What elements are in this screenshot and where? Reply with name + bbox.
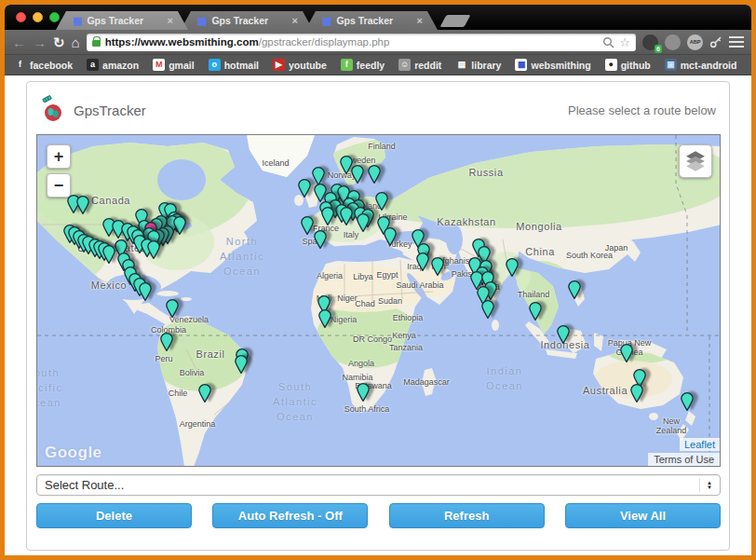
map-pin[interactable] [557, 325, 570, 344]
map-pin[interactable] [166, 299, 179, 318]
websmithing-icon: ▦ [515, 59, 527, 71]
brand: GpsTracker [40, 93, 146, 127]
tab-close-icon[interactable]: × [168, 15, 173, 26]
map-pin[interactable] [139, 282, 152, 301]
auto-refresh-off-button[interactable]: Auto Refresh - Off [212, 503, 368, 528]
bookmark-label: reddit [414, 60, 441, 71]
back-icon[interactable]: ← [12, 35, 26, 49]
zoom-in-button[interactable]: + [47, 144, 71, 169]
extension-icon-ghostery[interactable]: 6 [642, 34, 658, 50]
extension-icon-generic[interactable] [665, 34, 681, 50]
bookmark-item-github[interactable]: ●github [605, 59, 651, 71]
facebook-icon: f [14, 59, 26, 71]
bookmark-label: feedly [357, 60, 385, 71]
button-row: DeleteAuto Refresh - OffRefreshView All [36, 503, 721, 528]
mct-android-icon: ▣ [665, 59, 677, 71]
map-pin[interactable] [318, 309, 331, 328]
map-pin[interactable] [198, 384, 211, 403]
refresh-button[interactable]: Refresh [389, 503, 545, 528]
bookmark-label: gmail [169, 60, 194, 71]
map[interactable]: CanadaUnited StatesMexicoNorth Atlantic … [36, 134, 721, 467]
bookmark-item-reddit[interactable]: ☺reddit [398, 59, 441, 71]
map-pin[interactable] [147, 240, 160, 259]
home-icon[interactable]: ⌂ [72, 35, 80, 49]
leaflet-link[interactable]: Leaflet [680, 438, 720, 451]
menu-icon[interactable] [729, 36, 744, 48]
map-pin[interactable] [235, 355, 248, 374]
bookmark-item-youtube[interactable]: ▶youtube [273, 59, 327, 71]
map-pin[interactable] [368, 165, 381, 184]
map-pin[interactable] [160, 333, 173, 351]
map-pin[interactable] [357, 213, 370, 232]
map-pin[interactable] [681, 392, 694, 411]
browser-tab[interactable]: ▦Gps Tracker× [56, 11, 188, 30]
bookmark-star-icon[interactable]: ☆ [619, 36, 630, 48]
satellite-icon [43, 95, 52, 102]
bookmark-item-mct-android[interactable]: ▣mct-android [665, 59, 737, 71]
instruction-text: Please select a route below [568, 103, 716, 117]
map-pin[interactable] [351, 165, 364, 184]
app-title: GpsTracker [74, 102, 146, 118]
bookmark-item-library[interactable]: ▤library [455, 59, 501, 71]
tab-favicon: ▦ [73, 16, 82, 26]
view-all-button[interactable]: View All [565, 503, 721, 528]
map-pin[interactable] [620, 344, 633, 362]
close-window-button[interactable] [16, 12, 26, 22]
map-pin[interactable] [529, 302, 542, 321]
forward-icon[interactable]: → [33, 35, 47, 49]
map-pin[interactable] [568, 280, 581, 299]
map-pin[interactable] [630, 384, 643, 403]
search-icon[interactable] [602, 36, 614, 48]
bookmark-item-amazon[interactable]: aamazon [87, 59, 139, 71]
delete-button[interactable]: Delete [36, 503, 192, 528]
map-pin[interactable] [76, 196, 89, 214]
map-pin[interactable] [384, 227, 397, 246]
bookmark-item-websmithing[interactable]: ▦websmithing [515, 59, 590, 71]
map-pin[interactable] [314, 230, 327, 249]
reload-icon[interactable]: ↻ [53, 35, 65, 49]
tab-close-icon[interactable]: × [292, 15, 298, 26]
url-text[interactable]: https://www.websmithing.com/gpstracker/d… [105, 36, 599, 48]
https-lock-icon[interactable] [92, 40, 101, 47]
browser-tab[interactable]: ▦Gps Tracker× [305, 11, 438, 30]
browser-window: ▦Gps Tracker×▦Gps Tracker×▦Gps Tracker× … [5, 5, 751, 555]
key-icon[interactable] [709, 35, 722, 48]
minimize-window-button[interactable] [33, 12, 43, 22]
map-pin[interactable] [321, 207, 334, 225]
bookmark-item-gmail[interactable]: Mgmail [153, 59, 194, 71]
map-pin[interactable] [173, 216, 186, 235]
map-pin[interactable] [506, 258, 519, 277]
terms-of-use-link[interactable]: Terms of Use [648, 453, 720, 466]
map-pin[interactable] [312, 167, 325, 185]
select-stepper-icon: ▲ ▼ [699, 478, 712, 492]
tab-favicon: ▦ [322, 16, 331, 26]
map-pin[interactable] [102, 245, 115, 264]
map-pin[interactable] [340, 207, 353, 225]
map-pin[interactable] [481, 300, 494, 319]
youtube-icon: ▶ [273, 59, 285, 71]
bookmark-item-facebook[interactable]: ffacebook [14, 59, 73, 71]
address-bar[interactable]: https://www.websmithing.com/gpstracker/d… [87, 34, 636, 51]
map-pin[interactable] [298, 179, 311, 198]
app-panel: GpsTracker Please select a route below [26, 81, 730, 551]
bookmark-item-hotmail[interactable]: ohotmail [209, 59, 259, 71]
route-select[interactable]: Select Route... ▲ ▼ [36, 474, 721, 496]
map-pin[interactable] [375, 192, 388, 211]
browser-tab[interactable]: ▦Gps Tracker× [181, 11, 313, 30]
map-pin[interactable] [431, 257, 444, 276]
tab-close-icon[interactable]: × [417, 15, 423, 26]
bookmark-label: facebook [30, 60, 73, 71]
window-controls [16, 12, 60, 22]
layers-control[interactable] [679, 144, 712, 178]
bookmark-item-feedly[interactable]: ffeedly [341, 59, 385, 71]
map-pin[interactable] [416, 253, 429, 271]
bookmark-label: youtube [289, 60, 327, 71]
page-content: GpsTracker Please select a route below [5, 75, 751, 555]
map-pin[interactable] [357, 383, 370, 402]
adblock-icon[interactable]: ABP [687, 34, 703, 50]
map-pin[interactable] [301, 216, 314, 235]
app-header: GpsTracker Please select a route below [40, 89, 716, 130]
new-tab-button[interactable] [440, 15, 471, 27]
feedly-icon: f [341, 59, 353, 71]
route-select-value: Select Route... [45, 478, 124, 492]
